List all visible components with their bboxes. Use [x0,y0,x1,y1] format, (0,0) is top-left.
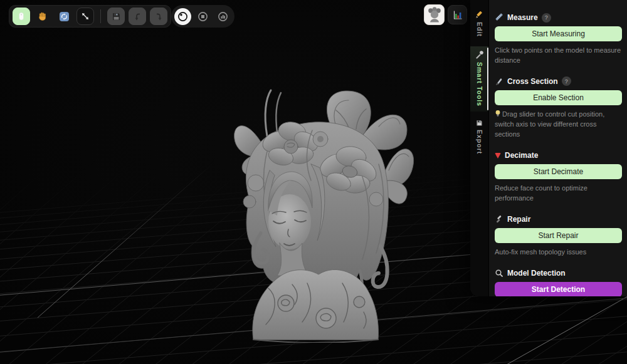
wrench-icon [475,51,483,59]
active-tab-indicator [487,48,489,110]
ruler-icon [495,13,503,22]
redo-arrow-icon [154,12,164,21]
tab-export[interactable]: Export [470,115,488,154]
lightbulb-icon [495,110,501,117]
right-panel: Edit Smart Tools Export [470,0,627,296]
tab-label: Export [476,130,483,154]
pencil-icon [475,11,483,19]
section-caption: Auto-fix mesh topology issues [495,247,622,257]
stats-view-button[interactable] [214,8,231,25]
section-repair: Repair Start Repair Auto-fix mesh topolo… [495,214,622,257]
main-toolbar [9,5,171,28]
tab-label: Edit [476,22,483,37]
start-measuring-button[interactable]: Start Measuring [495,26,622,41]
section-model-detection: Model Detection Start Detection Check mo… [495,268,622,297]
save-button[interactable] [107,8,125,25]
app-window: Edit Smart Tools Export [0,0,627,364]
tab-edit[interactable]: Edit [470,6,488,43]
start-decimate-button[interactable]: Start Decimate [495,164,622,179]
mouse-icon [16,11,26,21]
magnifier-icon [495,269,503,278]
bar-chart-icon [452,9,463,21]
scale-tool-button[interactable] [76,8,94,25]
section-title: Repair [507,215,530,224]
rotate-arrows-icon [59,11,70,22]
rotate-tool-button[interactable] [55,8,73,25]
model-figure[interactable] [231,76,416,343]
redo-button[interactable] [150,8,167,25]
select-tool-button[interactable] [13,8,30,25]
section-title: Model Detection [507,269,566,278]
start-detection-button[interactable]: Start Detection [495,282,622,297]
section-cross-section: Cross Section ? Enable Section Drag slid… [495,76,622,140]
floppy-disk-icon [475,120,483,127]
model-thumbnail-button[interactable] [424,4,445,25]
floppy-disk-icon [112,12,121,21]
section-title: Cross Section [507,77,558,86]
section-title: Decimate [505,151,538,160]
enable-section-button[interactable]: Enable Section [495,90,622,105]
solid-view-button[interactable] [194,8,211,25]
circle-dot-icon [177,11,189,23]
tab-strip: Edit Smart Tools Export [470,0,489,296]
knife-icon [495,77,503,86]
tab-label: Smart Tools [476,62,483,107]
panel-content: Measure ? Start Measuring Click two poin… [489,0,627,296]
circle-bars-icon [217,11,229,23]
start-repair-button[interactable]: Start Repair [495,228,622,243]
section-decimate: Decimate Start Decimate Reduce face coun… [495,150,622,204]
section-title: Measure [507,13,538,22]
section-measure: Measure ? Start Measuring Click two poin… [495,13,622,66]
tab-smart-tools[interactable]: Smart Tools [470,46,488,112]
section-caption: Reduce face count to optimize performanc… [495,184,622,204]
hand-icon [38,11,48,21]
red-triangle-down-icon [495,153,501,159]
help-badge[interactable]: ? [562,76,571,86]
undo-button[interactable] [129,8,146,25]
orbit-view-button[interactable] [174,8,191,25]
help-badge[interactable]: ? [542,13,551,23]
toolbar-divider [100,9,101,23]
circle-square-icon [197,11,209,23]
diagonal-resize-icon [81,12,90,21]
screwdriver-icon [495,215,503,224]
stats-button[interactable] [448,5,467,24]
pan-tool-button[interactable] [34,8,51,25]
undo-arrow-icon [133,12,142,21]
section-caption: Drag slider to control cut position, swi… [495,110,622,140]
bust-preview-icon [426,6,443,24]
section-caption: Click two points on the model to measure… [495,46,622,66]
view-mode-group [171,5,234,28]
